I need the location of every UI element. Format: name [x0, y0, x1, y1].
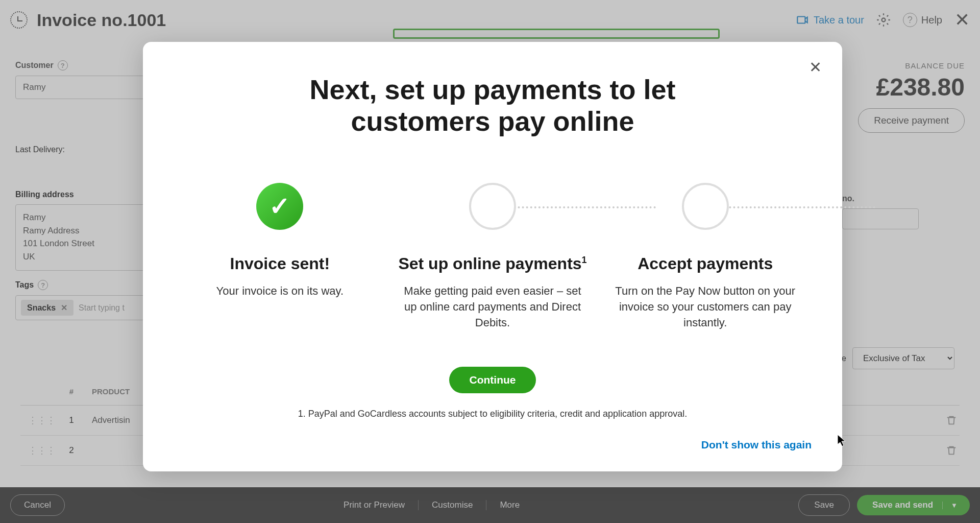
step-description: Your invoice is on its way. [174, 283, 386, 299]
modal-footnote: 1. PayPal and GoCardless accounts subjec… [174, 409, 812, 419]
step-title: Invoice sent! [174, 254, 386, 273]
step-title: Set up online payments1 [386, 254, 599, 273]
check-icon: ✓ [269, 192, 290, 221]
step-description: Make getting paid even easier – set up o… [386, 283, 599, 330]
step-done-icon: ✓ [256, 183, 303, 230]
step-pending-icon [682, 183, 729, 230]
step-pending-icon [469, 183, 516, 230]
dont-show-link[interactable]: Don't show this again [174, 439, 812, 451]
step-description: Turn on the Pay Now button on your invoi… [599, 283, 812, 330]
setup-payments-modal: ✕ Next, set up payments to let customers… [143, 42, 842, 471]
cursor-icon [837, 434, 846, 447]
modal-title: Next, set up payments to let customers p… [299, 74, 687, 137]
modal-close-icon[interactable]: ✕ [809, 58, 822, 76]
step-title: Accept payments [599, 254, 812, 273]
continue-button[interactable]: Continue [449, 367, 536, 393]
